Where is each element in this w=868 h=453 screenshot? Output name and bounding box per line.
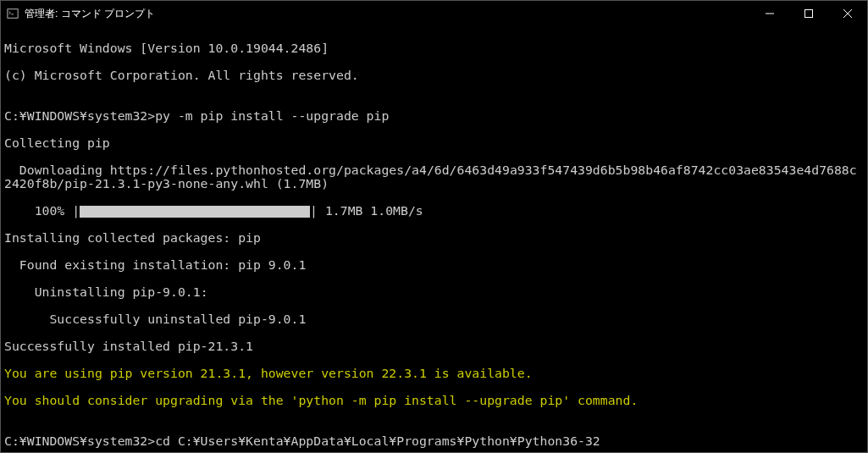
output-line: Found existing installation: pip 9.0.1 <box>4 258 864 272</box>
svg-rect-0 <box>8 9 18 19</box>
output-line-warning: You should consider upgrading via the 'p… <box>4 394 864 407</box>
progress-bar <box>80 206 310 218</box>
output-line: C:¥WINDOWS¥system32>py -m pip install --… <box>4 109 864 123</box>
output-line: Installing collected packages: pip <box>4 231 864 245</box>
output-line-warning: You are using pip version 21.3.1, howeve… <box>4 367 864 380</box>
output-line: Downloading https://files.pythonhosted.o… <box>4 163 864 191</box>
titlebar[interactable]: 管理者: コマンド プロンプト <box>1 1 867 26</box>
output-line: (c) Microsoft Corporation. All rights re… <box>4 69 864 82</box>
titlebar-buttons <box>750 1 867 26</box>
output-line: Uninstalling pip-9.0.1: <box>4 285 864 299</box>
output-line: Collecting pip <box>4 136 864 150</box>
close-button[interactable] <box>828 1 867 26</box>
svg-rect-3 <box>805 10 813 18</box>
terminal-output[interactable]: Microsoft Windows [Version 10.0.19044.24… <box>1 26 867 452</box>
titlebar-text: 管理者: コマンド プロンプト <box>25 7 750 21</box>
output-line: Microsoft Windows [Version 10.0.19044.24… <box>4 41 864 55</box>
output-line: 100% || 1.7MB 1.0MB/s <box>4 204 864 218</box>
output-line: C:¥WINDOWS¥system32>cd C:¥Users¥Kenta¥Ap… <box>4 434 864 448</box>
maximize-button[interactable] <box>789 1 828 26</box>
output-line: Successfully uninstalled pip-9.0.1 <box>4 312 864 326</box>
command-prompt-icon <box>6 7 19 20</box>
minimize-button[interactable] <box>750 1 789 26</box>
output-line: Successfully installed pip-21.3.1 <box>4 340 864 353</box>
command-prompt-window: 管理者: コマンド プロンプト Microsoft Windows [Versi… <box>0 0 868 453</box>
